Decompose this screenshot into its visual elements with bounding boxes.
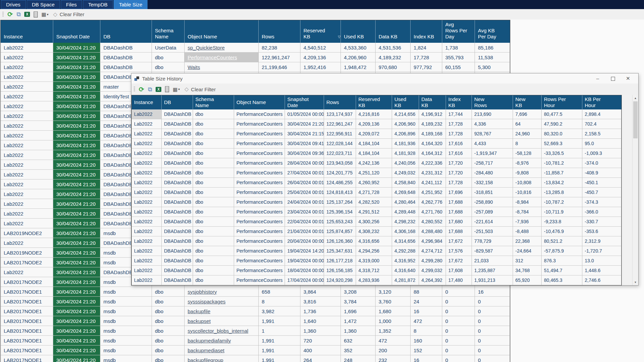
cell[interactable]: -10,787.2 — [542, 197, 582, 207]
cell[interactable]: 30/04/2024 21:20 — [53, 326, 100, 336]
cell[interactable]: PerformanceCounters — [234, 217, 285, 227]
scroll-down-icon[interactable]: ▼ — [633, 279, 638, 285]
cell[interactable]: LAB2017NODE1 — [1, 336, 53, 345]
cell[interactable]: sysssispackages — [185, 297, 259, 306]
cell[interactable]: 1,952,416 — [300, 62, 341, 72]
cell[interactable]: 8 — [513, 139, 542, 149]
cell[interactable]: 30/04/2024 21:15 — [285, 129, 324, 139]
cell[interactable]: 17,728 — [446, 129, 472, 139]
cell[interactable]: Lab2022 — [1, 131, 53, 140]
cell[interactable]: 0 — [475, 306, 510, 316]
cell[interactable]: 30/04/2024 21:20 — [53, 258, 100, 267]
cell[interactable]: 1,472 — [341, 316, 376, 326]
cell[interactable]: 28/04/2024 00:00 — [285, 158, 324, 168]
cell[interactable]: -10,711.9 — [542, 207, 582, 217]
cell[interactable]: Lab2022 — [132, 178, 162, 188]
cell[interactable]: Lab2022 — [1, 238, 53, 248]
cell[interactable]: 30/04/2024 09:41 — [285, 139, 324, 149]
cell[interactable]: -257,089 — [472, 207, 513, 217]
cell[interactable]: 4,222,336 — [419, 158, 446, 168]
cell[interactable]: 24 — [411, 297, 442, 306]
cell[interactable]: 80,465.3 — [542, 275, 582, 285]
cell[interactable]: Lab2022 — [1, 170, 53, 179]
cell[interactable]: 17,616 — [446, 139, 472, 149]
cell[interactable]: PerformanceCounters — [185, 53, 259, 62]
cell[interactable]: Lab2022 — [132, 217, 162, 227]
cell[interactable]: 4,262,776 — [419, 197, 446, 207]
cell[interactable]: Lab2022 — [1, 121, 53, 131]
cell[interactable]: 30/04/2024 21:20 — [53, 267, 100, 277]
table-row[interactable]: Lab202230/04/2024 21:20DBADashDBdboWaits… — [1, 62, 510, 72]
cell[interactable]: 21,199,646 — [259, 62, 300, 72]
cell[interactable]: 21/04/2024 00:01 — [285, 227, 324, 236]
cell[interactable]: dbo — [193, 236, 234, 246]
cell[interactable]: 1,235,887 — [472, 266, 513, 275]
cell[interactable]: 4,316,952 — [392, 256, 419, 266]
cell[interactable]: -13,834.2 — [542, 178, 582, 188]
cell[interactable]: DBADashDB — [162, 256, 193, 266]
cell[interactable]: 0 — [475, 316, 510, 326]
cell[interactable]: Lab2022 — [132, 188, 162, 197]
cell[interactable]: 1,696 — [341, 306, 376, 316]
cell[interactable]: 122,961,247 — [324, 119, 356, 129]
cell[interactable]: DBADashDB — [162, 129, 193, 139]
cell[interactable]: 355,793 — [442, 53, 475, 62]
table-row[interactable]: Lab2022DBADashDBdboPerformanceCounters25… — [132, 188, 621, 197]
cell[interactable]: 19/04/2024 00:00 — [285, 256, 324, 266]
cell[interactable]: Lab2022 — [132, 207, 162, 217]
cell[interactable]: Lab2022 — [132, 139, 162, 149]
cell[interactable]: -366.0 — [582, 207, 621, 217]
cell[interactable]: 30/04/2024 21:20 — [53, 53, 100, 62]
cell[interactable]: PerformanceCounters — [234, 168, 285, 178]
cell[interactable]: -8,976 — [513, 158, 542, 168]
cell[interactable]: 4,299,032 — [419, 266, 446, 275]
cell[interactable]: Lab2022 — [132, 129, 162, 139]
cell[interactable]: 47,590.2 — [542, 119, 582, 129]
cell[interactable]: 0 — [442, 345, 475, 355]
cell[interactable]: 4,319,000 — [356, 256, 392, 266]
cell[interactable]: DBADashDB — [162, 149, 193, 158]
cell[interactable]: 400 — [300, 345, 341, 355]
cell[interactable]: DBADashDB — [100, 62, 152, 72]
cell[interactable]: 1,991 — [259, 345, 300, 355]
cell[interactable]: msdb — [100, 316, 152, 326]
cell[interactable]: 352 — [341, 345, 376, 355]
cell[interactable]: 4,540,512 — [300, 43, 341, 53]
cell[interactable]: -374.0 — [582, 158, 621, 168]
cell[interactable]: 0 — [442, 297, 475, 306]
column-header-object-name[interactable]: Object Name — [185, 20, 259, 43]
cell[interactable]: dbo — [193, 207, 234, 217]
cell[interactable]: PerformanceCounters — [234, 275, 285, 285]
cell[interactable]: Lab2022 — [1, 82, 53, 92]
table-row[interactable]: LAB2017NODE130/04/2024 21:20msdbdbosysss… — [1, 297, 510, 306]
table-row[interactable]: Lab2022DBADashDBdboPerformanceCounters26… — [132, 178, 621, 188]
cell[interactable]: 4,289,448 — [392, 207, 419, 217]
cell[interactable]: DBADashDB — [162, 139, 193, 149]
cell[interactable]: 4,181,936 — [392, 139, 419, 149]
cell[interactable]: 30/04/2024 21:20 — [53, 209, 100, 219]
cell[interactable]: -374.3 — [582, 197, 621, 207]
cell[interactable]: dbo — [152, 326, 185, 336]
cell[interactable]: 4,282,520 — [356, 197, 392, 207]
cell[interactable]: -829,587 — [472, 246, 513, 256]
cell[interactable]: 122,956,911 — [324, 129, 356, 139]
cell[interactable]: 17,672 — [446, 236, 472, 246]
column-header-rows[interactable]: Rows — [324, 95, 356, 109]
cell[interactable]: Lab2022 — [1, 219, 53, 228]
cell[interactable]: 124,920,298 — [324, 275, 356, 285]
cell[interactable]: 30/04/2024 21:20 — [53, 170, 100, 179]
cell[interactable]: -332,158 — [472, 178, 513, 188]
column-header-rows[interactable]: Rows — [259, 20, 300, 43]
cell[interactable]: 4,214,656 — [392, 109, 419, 119]
cell[interactable]: PerformanceCounters — [234, 119, 285, 129]
cell[interactable]: LAB2017NODE1 — [1, 326, 53, 336]
cell[interactable]: 4,209,072 — [356, 129, 392, 139]
cell[interactable]: 16 — [411, 306, 442, 316]
column-header-data-kb[interactable]: Data KB — [376, 20, 411, 43]
table-row[interactable]: Lab2022DBADashDBdboPerformanceCounters20… — [132, 236, 621, 246]
cell[interactable]: 60,155 — [442, 62, 475, 72]
cell[interactable]: 17,672 — [446, 256, 472, 266]
cell[interactable]: 17,608 — [446, 266, 472, 275]
cell[interactable]: 4,258,840 — [392, 178, 419, 188]
cell[interactable]: dbo — [152, 336, 185, 345]
